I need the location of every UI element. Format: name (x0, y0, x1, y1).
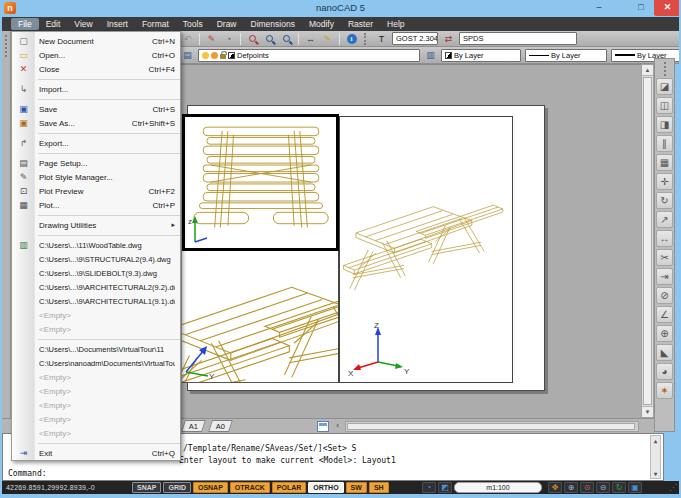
scale-field[interactable]: m1:100 (454, 482, 542, 493)
resize-grip[interactable]: ⋰ (669, 483, 677, 492)
zoom-extents-button[interactable] (279, 32, 294, 45)
mirror-button[interactable]: ◨ (656, 116, 673, 133)
layer-states-button[interactable]: ▥ (423, 49, 438, 62)
regen-icon[interactable]: ↻ (612, 482, 626, 493)
dimension-style-button[interactable]: ⇄ (441, 32, 456, 45)
toggle-otrack[interactable]: OTRACK (230, 482, 270, 493)
minimize-button[interactable]: – (588, 0, 610, 16)
erase-button[interactable]: ◪ (656, 78, 673, 95)
trim-button[interactable]: ✂ (656, 249, 673, 266)
scroll-down-icon[interactable]: ▼ (642, 406, 653, 417)
text-style-button[interactable]: T (374, 32, 389, 45)
menu-item-plot-style-manager[interactable]: ✎Plot Style Manager... (12, 170, 180, 184)
offset-button[interactable]: ∥ (656, 135, 673, 152)
extend-button[interactable]: ⇥ (656, 268, 673, 285)
menu-item-recent-file[interactable]: C:\Users\...\9\SLIDEBOLT(9.3).dwg (12, 266, 180, 280)
move-button[interactable]: ✛ (656, 173, 673, 190)
menu-insert[interactable]: Insert (100, 18, 135, 30)
zoom-window-icon[interactable]: ⊙ (580, 482, 594, 493)
toggle-sw[interactable]: SW (346, 482, 367, 493)
red-pencil-button[interactable]: ✎ (204, 32, 219, 45)
tracking-icon[interactable]: ◔ (422, 482, 436, 493)
menu-item-open[interactable]: ▭Open...Ctrl+O (12, 48, 180, 62)
horizontal-scrollbar[interactable] (345, 421, 639, 432)
viewport-front-active[interactable]: z (182, 114, 339, 251)
toggle-snap[interactable]: SNAP (132, 482, 161, 493)
menu-item-plot[interactable]: ▦Plot...Ctrl+P (12, 198, 180, 212)
menu-modify[interactable]: Modify (302, 18, 341, 30)
menu-item-save[interactable]: ▣SaveCtrl+S (12, 102, 180, 116)
menu-item-drawing-utilities[interactable]: Drawing Utilities▸ (12, 218, 180, 232)
full-view-icon[interactable]: ▣ (628, 482, 642, 493)
menu-item-recent-folder[interactable]: C:\Users\...\Documents\VirtualTour\11 (12, 342, 180, 356)
dimension-style-combo[interactable]: SPDS (459, 32, 577, 45)
break-button[interactable]: ∠ (656, 306, 673, 323)
text-style-combo[interactable]: GOST 2.304 (392, 32, 438, 45)
command-prompt[interactable]: Command: (8, 469, 47, 478)
toolbar-grip[interactable] (5, 35, 7, 57)
menu-draw[interactable]: Draw (210, 18, 244, 30)
layer-combo[interactable]: Defpoints (198, 49, 420, 62)
join-button[interactable]: ⊕ (656, 325, 673, 342)
viewport-isometric-right[interactable]: Z X Y (339, 116, 513, 383)
toggle-grid[interactable]: GRID (163, 482, 191, 493)
toggle-ortho[interactable]: ORTHO (308, 482, 343, 493)
menu-file[interactable]: File (11, 18, 39, 30)
info-button[interactable]: i (344, 32, 359, 45)
vertical-scrollbar-thumb[interactable] (643, 77, 652, 405)
viewport-isometric-left[interactable]: Y (182, 251, 339, 383)
chamfer-button[interactable]: ◣ (656, 344, 673, 361)
zoom-dynamic-button[interactable] (262, 32, 277, 45)
close-button[interactable]: ✕ (654, 0, 681, 16)
menu-item-recent-file[interactable]: C:\Users\...\9\ARCHITECTURAL1(9.1).dwg (12, 294, 180, 308)
explode-button[interactable]: ✶ (656, 382, 673, 399)
toolbar-grip[interactable] (364, 33, 369, 45)
horizontal-scrollbar-thumb[interactable] (347, 423, 635, 430)
menu-item-plot-preview[interactable]: ⊡Plot PreviewCtrl+F2 (12, 184, 180, 198)
toggle-polar[interactable]: POLAR (272, 482, 307, 493)
menu-item-close[interactable]: ✕CloseCtrl+F4 (12, 62, 180, 76)
toggle-osnap[interactable]: OSNAP (193, 482, 228, 493)
pan-icon[interactable]: ✥ (548, 482, 562, 493)
menu-item-recent-folder[interactable]: C:\Users\nanoadm\Documents\VirtualTour\9 (12, 356, 180, 370)
menu-item-recent-file[interactable]: ▥C:\Users\...\11\WoodTable.dwg (12, 238, 180, 252)
menu-tools[interactable]: Tools (176, 18, 210, 30)
array-button[interactable]: ▦ (656, 154, 673, 171)
rotate-button[interactable]: ↻ (656, 192, 673, 209)
scale-button[interactable]: ↗ (656, 211, 673, 228)
stretch-button[interactable]: ↔ (656, 230, 673, 247)
screen-icon[interactable]: ◩ (438, 482, 452, 493)
zoom-out-icon[interactable]: ⊖ (596, 482, 610, 493)
copy-button[interactable]: ◫ (656, 97, 673, 114)
vertical-scrollbar[interactable]: ▲ ▼ (641, 64, 654, 418)
menu-item-recent-file[interactable]: C:\Users\...\9\STRUCTURAL2(9.4).dwg (12, 252, 180, 266)
color-combo[interactable]: By Layer (441, 49, 521, 62)
menu-item-save-as[interactable]: ▣Save As...Ctrl+Shift+S (12, 116, 180, 130)
menu-dimensions[interactable]: Dimensions (244, 18, 302, 30)
menu-format[interactable]: Format (135, 18, 176, 30)
zoom-in-icon[interactable]: ⊕ (564, 482, 578, 493)
menu-item-exit[interactable]: ⇥ExitCtrl+Q (12, 446, 180, 460)
break-at-point-button[interactable]: ⊘ (656, 287, 673, 304)
undo-button[interactable]: ↶ (180, 32, 195, 45)
layers-button[interactable]: ▤ (180, 49, 195, 62)
maximize-button[interactable]: □ (630, 0, 652, 16)
command-scrollbar[interactable]: ▲ ▼ (650, 435, 661, 479)
menu-item-import[interactable]: ↳Import... (12, 82, 180, 96)
toolbar-grip[interactable] (664, 62, 666, 76)
menu-item-export[interactable]: ↱Export... (12, 136, 180, 150)
menu-item-recent-file[interactable]: C:\Users\...\9\ARCHITECTURAL2(9.2).dwg (12, 280, 180, 294)
layout-tab-a0[interactable]: A0 (208, 420, 233, 432)
toggle-sh[interactable]: SH (369, 482, 389, 493)
distance-button[interactable]: ↔ (303, 32, 318, 45)
zoom-window-button[interactable] (245, 32, 260, 45)
sketch-pencil-button[interactable]: ✎ (320, 32, 335, 45)
menu-view[interactable]: View (67, 18, 99, 30)
menu-item-page-setup[interactable]: ▤Page Setup... (12, 156, 180, 170)
scroll-up-icon[interactable]: ▲ (642, 65, 653, 76)
menu-help[interactable]: Help (380, 18, 411, 30)
menu-edit[interactable]: Edit (39, 18, 68, 30)
sheet-icon[interactable] (317, 421, 329, 432)
menu-item-new-document[interactable]: ▢New DocumentCtrl+N (12, 34, 180, 48)
tab-scroll-left-button[interactable]: ‹ (333, 421, 342, 432)
